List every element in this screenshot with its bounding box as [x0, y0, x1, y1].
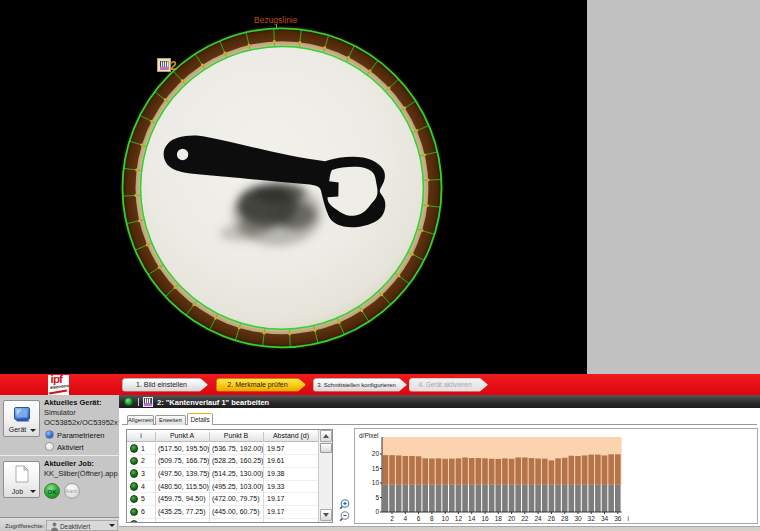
svg-text:28: 28 [561, 514, 569, 521]
svg-text:6: 6 [416, 514, 420, 521]
svg-text:d/Pixel: d/Pixel [359, 432, 379, 439]
svg-text:30: 30 [574, 514, 582, 521]
svg-text:14: 14 [468, 514, 476, 521]
svg-text:i: i [627, 514, 628, 521]
svg-text:20: 20 [371, 450, 379, 457]
svg-text:2: 2 [390, 514, 394, 521]
svg-text:10: 10 [441, 514, 449, 521]
svg-text:12: 12 [454, 514, 462, 521]
svg-text:16: 16 [481, 514, 489, 521]
svg-text:34: 34 [600, 514, 608, 521]
svg-text:0: 0 [375, 508, 379, 515]
svg-text:18: 18 [494, 514, 502, 521]
svg-text:5: 5 [375, 493, 379, 500]
svg-text:20: 20 [507, 514, 515, 521]
svg-text:36: 36 [614, 514, 622, 521]
svg-text:2: 2 [170, 59, 177, 73]
svg-text:4: 4 [403, 514, 407, 521]
svg-text:10: 10 [371, 479, 379, 486]
svg-text:15: 15 [371, 464, 379, 471]
svg-text:8: 8 [430, 514, 434, 521]
svg-text:Bezugslinie: Bezugslinie [254, 15, 298, 25]
svg-text:26: 26 [547, 514, 555, 521]
svg-text:32: 32 [587, 514, 595, 521]
svg-text:22: 22 [521, 514, 529, 521]
svg-text:24: 24 [534, 514, 542, 521]
